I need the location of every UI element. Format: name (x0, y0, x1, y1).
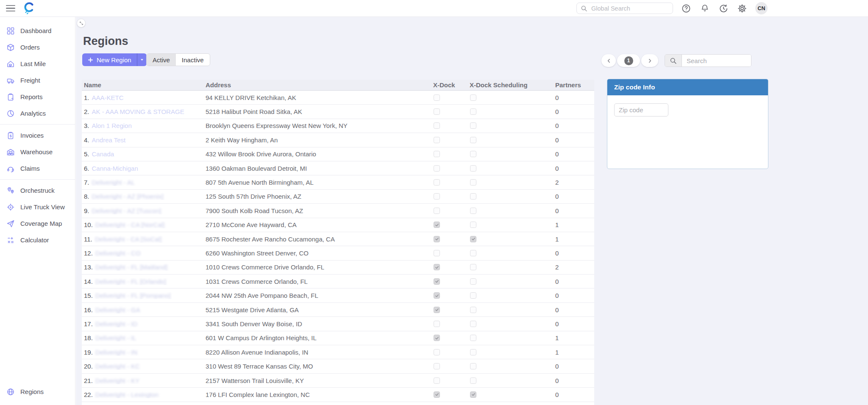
region-name-link[interactable]: Deliveright - FL [Orlando] (95, 278, 166, 285)
xdock-checkbox[interactable] (434, 278, 440, 285)
region-name-link[interactable]: Deliveright - FL [Pompano] (95, 292, 171, 299)
xdock-checkbox[interactable] (434, 137, 440, 143)
xdock-checkbox[interactable] (434, 222, 440, 228)
xdock-checkbox[interactable] (434, 193, 440, 200)
new-region-button[interactable]: New Region (82, 53, 137, 66)
region-name-link[interactable]: Canada (92, 150, 114, 158)
xdock-checkbox[interactable] (434, 377, 440, 384)
sidebar-item-analytics[interactable]: Analytics (0, 105, 75, 122)
region-name-link[interactable]: Deliveright - KC (95, 363, 140, 370)
history-icon[interactable] (718, 3, 729, 14)
xdock-scheduling-checkbox[interactable] (470, 349, 476, 355)
xdock-scheduling-checkbox[interactable] (470, 278, 476, 285)
xdock-checkbox[interactable] (434, 391, 440, 398)
xdock-checkbox[interactable] (434, 108, 440, 115)
region-name-link[interactable]: Andrea Test (92, 136, 126, 144)
region-name-link[interactable]: Deliveright - AL (92, 179, 135, 186)
region-name-link[interactable]: Deliveright - CA [SoCal] (95, 236, 162, 243)
sidebar-collapse-toggle[interactable] (77, 19, 86, 28)
xdock-scheduling-checkbox[interactable] (470, 151, 476, 157)
sidebar-item-calculator[interactable]: Calculator (0, 232, 75, 248)
xdock-scheduling-checkbox[interactable] (470, 307, 476, 313)
gear-icon[interactable] (737, 3, 748, 14)
xdock-checkbox[interactable] (434, 307, 440, 313)
xdock-scheduling-checkbox[interactable] (470, 208, 476, 214)
hamburger-menu-icon[interactable] (6, 3, 15, 13)
xdock-scheduling-checkbox[interactable] (470, 94, 476, 101)
filter-active-button[interactable]: Active (147, 54, 176, 66)
sidebar-item-warehouse[interactable]: Warehouse (0, 144, 75, 160)
new-region-dropdown-button[interactable] (137, 53, 147, 66)
region-name-link[interactable]: AAA-KETC (92, 94, 124, 101)
xdock-scheduling-checkbox[interactable] (470, 335, 476, 341)
region-name-link[interactable]: Deliveright - IL (95, 334, 136, 341)
xdock-scheduling-checkbox[interactable] (470, 222, 476, 228)
xdock-scheduling-checkbox[interactable] (470, 193, 476, 200)
region-name-link[interactable]: Deliveright - IN (95, 349, 137, 356)
region-name-link[interactable]: Canna-Michigan (92, 165, 138, 172)
xdock-scheduling-checkbox[interactable] (470, 363, 476, 369)
sidebar-item-claims[interactable]: Claims (0, 160, 75, 177)
xdock-scheduling-checkbox[interactable] (470, 236, 476, 242)
region-name-link[interactable]: Deliveright - AZ [Tuscon] (92, 207, 161, 214)
region-name-link[interactable]: AK - AAA MOVING & STORAGE (92, 108, 184, 115)
user-avatar[interactable]: CN (755, 2, 768, 14)
xdock-checkbox[interactable] (434, 179, 440, 186)
notifications-bell-icon[interactable] (699, 3, 710, 14)
xdock-scheduling-checkbox[interactable] (470, 122, 476, 129)
xdock-scheduling-checkbox[interactable] (470, 179, 476, 186)
region-name-link[interactable]: Deliveright - FL [Maitland] (95, 264, 167, 271)
xdock-checkbox[interactable] (434, 335, 440, 341)
xdock-checkbox[interactable] (434, 208, 440, 214)
region-name-link[interactable]: Deliveright - CA [NorCal] (95, 221, 164, 228)
help-icon[interactable] (681, 3, 692, 14)
sidebar-item-last-mile[interactable]: Last Mile (0, 55, 75, 72)
region-name-link[interactable]: Deliveright - KY (95, 377, 139, 384)
sidebar-item-invoices[interactable]: $Invoices (0, 127, 75, 144)
sidebar-item-freight[interactable]: Freight (0, 72, 75, 89)
xdock-scheduling-checkbox[interactable] (470, 292, 476, 299)
xdock-scheduling-checkbox[interactable] (470, 137, 476, 143)
xdock-scheduling-checkbox[interactable] (470, 250, 476, 256)
xdock-checkbox[interactable] (434, 165, 440, 172)
global-search-input[interactable] (590, 5, 669, 12)
sidebar-item-coverage-map[interactable]: Coverage Map (0, 215, 75, 232)
xdock-checkbox[interactable] (434, 321, 440, 327)
global-search[interactable] (576, 3, 673, 14)
xdock-checkbox[interactable] (434, 349, 440, 355)
filter-inactive-button[interactable]: Inactive (176, 54, 210, 66)
xdock-checkbox[interactable] (434, 250, 440, 256)
xdock-scheduling-checkbox[interactable] (470, 321, 476, 327)
xdock-scheduling-checkbox[interactable] (470, 377, 476, 384)
region-name-link[interactable]: Deliveright - CO (95, 250, 141, 257)
sidebar-item-label: Claims (20, 165, 40, 172)
pagination-prev-button[interactable] (601, 54, 616, 67)
sidebar-item-regions[interactable]: Regions (0, 383, 75, 400)
region-name-link[interactable]: Deliveright - AZ [Phoenix] (92, 193, 164, 200)
xdock-scheduling-checkbox[interactable] (470, 264, 476, 270)
xdock-checkbox[interactable] (434, 264, 440, 270)
app-logo[interactable] (22, 1, 36, 16)
region-name-link[interactable]: Deliveright - ID (95, 320, 137, 327)
xdock-checkbox[interactable] (434, 94, 440, 101)
zip-code-input[interactable] (614, 103, 668, 117)
xdock-checkbox[interactable] (434, 236, 440, 242)
region-name-link[interactable]: Deliveright - Lexington (95, 391, 159, 398)
pagination-next-button[interactable] (641, 54, 658, 67)
pagination-current-page[interactable]: 1 (617, 54, 640, 67)
xdock-checkbox[interactable] (434, 151, 440, 157)
xdock-scheduling-checkbox[interactable] (470, 391, 476, 398)
region-name-link[interactable]: Deliveright - GA (95, 306, 140, 313)
xdock-checkbox[interactable] (434, 122, 440, 129)
sidebar-item-orders[interactable]: Orders (0, 39, 75, 55)
sidebar-item-live-truck-view[interactable]: Live Truck View (0, 199, 75, 215)
table-search-input[interactable] (682, 55, 751, 67)
xdock-scheduling-checkbox[interactable] (470, 108, 476, 115)
xdock-checkbox[interactable] (434, 363, 440, 369)
xdock-checkbox[interactable] (434, 292, 440, 299)
xdock-scheduling-checkbox[interactable] (470, 165, 476, 172)
sidebar-item-orchestruck[interactable]: Orchestruck (0, 182, 75, 199)
sidebar-item-reports[interactable]: Reports (0, 89, 75, 105)
region-name-link[interactable]: Alon 1 Region (92, 122, 132, 129)
sidebar-item-dashboard[interactable]: Dashboard (0, 22, 75, 39)
